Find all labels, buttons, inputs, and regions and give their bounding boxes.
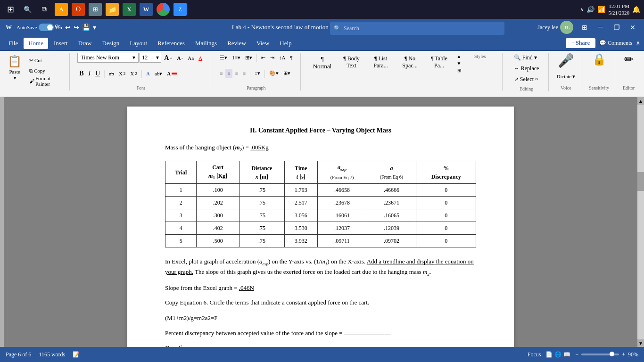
zoom-out-icon[interactable]: − [575,351,578,358]
clear-formatting-button[interactable]: A [197,53,204,63]
taskbar-excel-icon[interactable]: X [123,3,136,16]
sort-button[interactable]: ↕A [277,53,287,62]
notification-icon[interactable]: 🔔 [632,6,640,14]
taskbar-chrome-icon[interactable] [157,3,170,16]
paste-button[interactable]: 📋 Paste ▾ [4,53,25,82]
redo-icon[interactable]: ↪ [74,24,79,32]
grow-font-button[interactable]: A+ [162,53,174,63]
text-highlight-button[interactable]: ab▾ [153,69,164,78]
borders-button[interactable]: ⊞▾ [281,69,292,78]
copy-eq-text: Copy Equation 6. Circle the terms that i… [165,298,476,308]
styles-expand[interactable]: ⊞ [455,67,463,74]
cut-button[interactable]: ✂ Cut [27,56,64,65]
line-spacing-button[interactable]: ↕▾ [253,69,262,78]
numbering-button[interactable]: 1≡▾ [230,53,242,62]
align-center-button[interactable]: ≡ [225,69,232,78]
superscript-button[interactable]: X2 [128,69,139,78]
menu-references[interactable]: References [153,38,190,49]
multilevel-button[interactable]: ⊞▾ [243,53,254,62]
font-family-selector[interactable]: Times New Rom ▾ [77,53,139,63]
editor-button[interactable]: ✏ [624,53,634,66]
decrease-indent-button[interactable]: ⇤ [259,53,267,62]
menu-layout[interactable]: Layout [125,38,152,49]
subscript-button[interactable]: X2 [117,69,127,78]
find-button[interactable]: 🔍 Find ▾ [510,53,541,63]
select-button[interactable]: ↗ Select ~ [510,74,542,84]
menu-review[interactable]: Review [223,38,251,49]
paste-icon: 📋 [8,55,22,68]
style-list-para[interactable]: ¶ List Para... [367,53,395,73]
taskbar-amazon-icon[interactable]: A [55,3,68,16]
taskbar-word-icon[interactable]: W [140,3,153,16]
page-container[interactable]: II. Constant Applied Force – Varying Obj… [4,97,637,347]
italic-button[interactable]: I [86,69,92,78]
replace-button[interactable]: ↔ Replace [510,64,543,74]
undo-icon[interactable]: ↩ [65,24,71,32]
dictate-button[interactable]: 🎤 [558,53,574,68]
zoom-thumb[interactable] [610,352,614,356]
scrollbar-right[interactable]: ▼ ▲ [637,97,644,347]
taskbar-right: ∧ 🔊 📶 12:01 PM 5/21/2020 🔔 [580,3,640,16]
menu-file[interactable]: File [4,38,23,49]
taskbar-files-icon[interactable]: 📁 [106,3,119,16]
print-layout-icon[interactable]: 📄 [545,351,553,358]
style-no-space[interactable]: ¶ No Spac... [396,53,424,73]
share-button[interactable]: ↑ Share [566,38,595,48]
format-painter-button[interactable]: 🖌 Format Painter [27,76,64,86]
increase-indent-button[interactable]: ⇥ [268,53,276,62]
style-body-text[interactable]: ¶ Body Text [338,53,366,73]
font-color-button[interactable]: A [165,69,179,78]
customize-icon[interactable]: ▾ [93,24,96,32]
collapse-ribbon-icon[interactable]: ∧ [636,40,640,47]
bullets-button[interactable]: ☰▾ [218,53,229,62]
style-table-pa[interactable]: ¶ Table Pa... [425,53,454,73]
text-effects-button[interactable]: A [144,69,152,78]
taskbar-taskview-icon[interactable]: ⧉ [38,3,51,16]
align-right-button[interactable]: ≡ [233,69,240,78]
menu-home[interactable]: Home [24,38,48,49]
restore-button[interactable]: ❐ [609,21,624,34]
autosave-toggle[interactable]: On [39,24,54,31]
ribbon-display-icon[interactable]: ⊞ [577,21,592,34]
menu-view[interactable]: View [252,38,274,49]
shrink-font-button[interactable]: A- [175,53,185,63]
scrollbar-thumb[interactable] [637,172,644,191]
taskbar-calculator-icon[interactable]: ⊞ [89,3,102,16]
shading-button[interactable]: 🎨▾ [267,69,281,78]
paste-dropdown-icon[interactable]: ▾ [14,75,16,81]
bold-button[interactable]: B [77,69,85,78]
search-bar[interactable]: 🔍 Search [330,22,504,35]
align-left-button[interactable]: ≡ [218,69,224,78]
windows-start-icon[interactable]: ⊞ [4,3,17,16]
style-normal[interactable]: ¶ Normal [308,53,337,73]
underline-button[interactable]: U [93,69,102,78]
user-avatar[interactable]: JL [560,21,573,34]
read-mode-icon[interactable]: 📖 [563,351,570,358]
copy-button[interactable]: ⧉ Copy [27,66,64,75]
zoom-slider[interactable] [581,354,619,355]
strikethrough-button[interactable]: ab [107,69,116,78]
minimize-button[interactable]: ─ [593,21,608,34]
close-button[interactable]: ✕ [625,21,640,34]
scroll-up-btn[interactable]: ▲ [637,97,644,105]
menu-draw[interactable]: Draw [74,38,97,49]
styles-scroll-down[interactable]: ▼ [455,60,463,66]
show-para-button[interactable]: ¶ [289,53,295,62]
styles-scroll-up[interactable]: ▲ [455,53,463,59]
change-case-button[interactable]: Aa [186,53,196,63]
taskbar-office-icon[interactable]: O [72,3,85,16]
menu-mailings[interactable]: Mailings [190,38,222,49]
scroll-down-btn[interactable]: ▼ [637,339,644,347]
justify-button[interactable]: ≡ [241,69,248,78]
menu-help[interactable]: Help [275,38,296,49]
menu-design[interactable]: Design [98,38,124,49]
zoom-in-icon[interactable]: + [622,351,625,358]
taskbar-search-icon[interactable]: 🔍 [21,3,34,16]
web-layout-icon[interactable]: 🌐 [554,351,561,358]
save-icon[interactable]: 💾 [82,24,90,32]
comments-button[interactable]: 💬 Comments [599,40,632,47]
font-size-selector[interactable]: 12 ▾ [140,53,161,63]
menu-insert[interactable]: Insert [49,38,73,49]
focus-button[interactable]: Focus [528,351,541,358]
taskbar-zoom-icon[interactable]: Z [173,3,187,16]
